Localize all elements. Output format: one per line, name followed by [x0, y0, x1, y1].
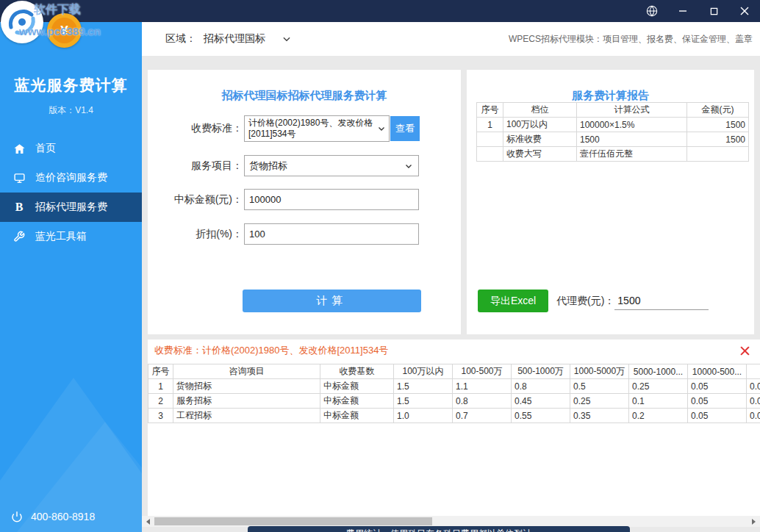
- discount-input[interactable]: [244, 223, 419, 245]
- calc-panel-title: 招标代理国标招标代理服务费计算: [148, 89, 461, 103]
- table-row: 2服务招标中标金额1.50.80.450.250.10.050.0: [148, 394, 760, 409]
- service-item-select[interactable]: 货物招标: [244, 155, 419, 176]
- table-cell: 1.5: [394, 394, 453, 409]
- footer-note: 费用统计：使用科目在各科目费用都以单位列计: [248, 526, 630, 532]
- table-cell: 0.35: [570, 409, 629, 423]
- view-standard-button[interactable]: 查看: [390, 116, 420, 141]
- table-cell: 0.1: [629, 394, 688, 409]
- table-cell: 0.05: [688, 394, 747, 409]
- scroll-right-arrow-icon[interactable]: [748, 516, 760, 527]
- scroll-left-arrow-icon[interactable]: [142, 516, 154, 527]
- agency-fee-row: 代理费(元)：: [556, 290, 709, 312]
- table-cell: [477, 132, 503, 147]
- column-header: 计算公式: [577, 103, 687, 118]
- column-header: 序号: [148, 364, 173, 379]
- standard-panel: 收费标准：计价格(2002)1980号、发改价格[2011]534号 序号咨询项…: [148, 339, 760, 516]
- export-excel-button[interactable]: 导出Excel: [478, 290, 548, 312]
- bid-amount-label: 中标金额(元)：: [148, 193, 243, 206]
- column-header: 5000-1000...: [629, 364, 688, 379]
- sidebar-item-label: 造价咨询服务费: [35, 171, 107, 184]
- letter-b-icon: B: [12, 201, 26, 214]
- table-cell: 1.1: [453, 379, 512, 394]
- report-table: 序号档位计算公式金额(元)1100万以内100000×1.5%1500标准收费1…: [476, 102, 749, 162]
- minimize-button[interactable]: [667, 0, 698, 22]
- table-header-row: 序号咨询项目收费基数100万以内100-500万500-1000万1000-50…: [148, 364, 760, 379]
- fee-standard-value: 计价格(2002)1980号、发改价格[2011]534号: [248, 118, 373, 139]
- column-header: 500-1000万: [512, 364, 570, 379]
- window-controls: [637, 0, 760, 22]
- chevron-down-icon: [282, 34, 292, 44]
- standard-panel-header: 收费标准：计价格(2002)1980号、发改价格[2011]534号: [148, 339, 760, 362]
- table-row: 1货物招标中标金额1.51.10.80.50.250.050.0: [148, 379, 760, 394]
- sidebar-menu: 首页造价咨询服务费B招标代理服务费蓝光工具箱: [0, 134, 142, 251]
- column-header: 10000-500...: [688, 364, 747, 379]
- field-row-amount: 中标金额(元)：: [148, 189, 461, 210]
- service-item-value: 货物招标: [249, 159, 287, 173]
- region-dropdown[interactable]: 招标代理国标: [204, 32, 292, 46]
- close-icon[interactable]: [738, 344, 751, 357]
- close-button[interactable]: [729, 0, 760, 22]
- table-cell: 0.0: [747, 409, 760, 423]
- support-phone: 400-860-8918: [10, 510, 95, 523]
- column-header: 100万以内: [394, 364, 453, 379]
- column-header: 咨询项目: [173, 364, 320, 379]
- table-cell: 壹仟伍佰元整: [577, 147, 687, 162]
- service-item-label: 服务项目：: [148, 159, 243, 173]
- sidebar-item-bid-agency[interactable]: B招标代理服务费: [0, 193, 142, 222]
- column-header: 金额(元): [687, 103, 749, 118]
- table-cell: 工程招标: [173, 409, 320, 423]
- table-cell: 收费大写: [503, 147, 577, 162]
- field-row-service: 服务项目： 货物招标: [148, 155, 461, 176]
- sidebar-item-label: 招标代理服务费: [35, 201, 107, 214]
- horizontal-scrollbar[interactable]: [142, 516, 760, 527]
- table-row: 3工程招标中标金额1.00.70.550.350.20.050.0: [148, 409, 760, 423]
- table-row: 标准收费15001500: [477, 132, 749, 147]
- column-header: 收费基数: [320, 364, 394, 379]
- calculate-button[interactable]: 计算: [243, 290, 421, 312]
- table-cell: 1500: [687, 118, 749, 132]
- table-cell: 0.5: [570, 379, 629, 394]
- column-header: 50: [747, 364, 760, 379]
- globe-icon[interactable]: [637, 0, 667, 22]
- field-row-discount: 折扣(%)：: [148, 223, 461, 245]
- agency-fee-input[interactable]: [614, 292, 709, 310]
- bid-amount-input[interactable]: [244, 189, 419, 210]
- table-cell: 0.05: [688, 409, 747, 423]
- table-cell: 1: [148, 379, 173, 394]
- table-cell: 0.25: [570, 394, 629, 409]
- scrollbar-thumb[interactable]: [154, 517, 432, 525]
- table-cell: 100000×1.5%: [577, 118, 687, 132]
- sidebar-decoration: [0, 341, 142, 532]
- titlebar: [0, 0, 760, 22]
- table-cell: 0.25: [629, 379, 688, 394]
- table-cell: 0.05: [688, 379, 747, 394]
- monitor-icon: [12, 171, 26, 184]
- standard-table: 序号咨询项目收费基数100万以内100-500万500-1000万1000-50…: [148, 364, 760, 423]
- sidebar-item-label: 蓝光工具箱: [35, 230, 87, 243]
- chevron-down-icon: [377, 124, 386, 136]
- version-label: 版本：V1.4: [0, 104, 142, 117]
- chevron-down-icon: [404, 162, 413, 173]
- maximize-button[interactable]: [698, 0, 729, 22]
- fee-standard-label: 收费标准：: [148, 122, 243, 135]
- module-info-text: WPECS招标代理模块：项目管理、报名费、保证金管理、盖章: [509, 33, 753, 46]
- table-row: 收费大写壹仟伍佰元整: [477, 147, 749, 162]
- main-topbar: 区域： 招标代理国标 WPECS招标代理模块：项目管理、报名费、保证金管理、盖章: [142, 22, 760, 56]
- table-cell: 服务招标: [173, 394, 320, 409]
- sidebar-item-home[interactable]: 首页: [0, 134, 142, 163]
- power-phone-icon: [10, 510, 24, 523]
- sidebar-item-toolbox[interactable]: 蓝光工具箱: [0, 222, 142, 251]
- column-header: 100-500万: [453, 364, 512, 379]
- table-cell: [687, 147, 749, 162]
- fee-standard-combobox[interactable]: 计价格(2002)1980号、发改价格[2011]534号: [244, 115, 390, 142]
- sidebar-item-cost-consult[interactable]: 造价咨询服务费: [0, 163, 142, 193]
- calc-panel: 招标代理国标招标代理服务费计算 收费标准： 计价格(2002)1980号、发改价…: [148, 70, 461, 334]
- table-cell: 1500: [577, 132, 687, 147]
- wrench-icon: [12, 230, 26, 243]
- table-cell: 0.8: [512, 379, 570, 394]
- column-header: 1000-5000万: [570, 364, 629, 379]
- region-label: 区域：: [165, 32, 196, 46]
- table-cell: 0.55: [512, 409, 570, 423]
- table-cell: 0.8: [453, 394, 512, 409]
- column-header: 档位: [503, 103, 577, 118]
